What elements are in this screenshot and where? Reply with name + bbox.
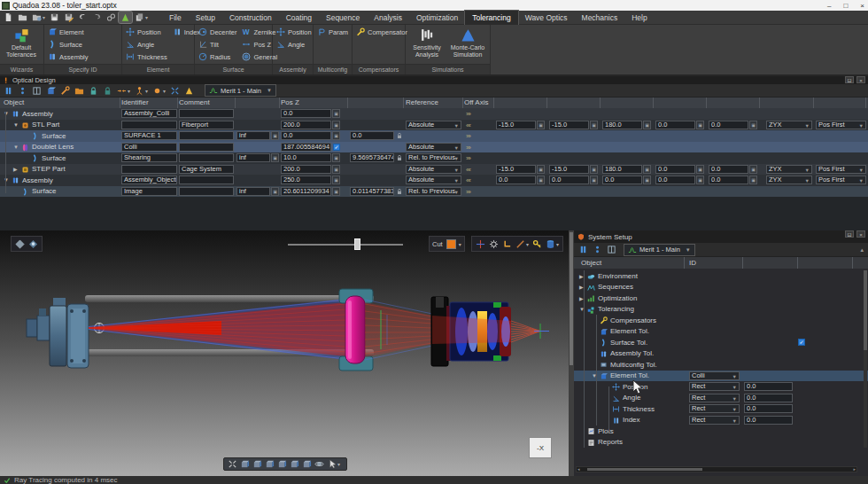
axes-button[interactable] xyxy=(501,239,513,249)
off-axis-toggle[interactable]: ››› xyxy=(466,132,470,140)
tree-row-multiconfig-tol-[interactable]: Multiconfig Tol. xyxy=(574,359,868,371)
off-axis-toggle[interactable]: ››› xyxy=(466,144,470,152)
view-orientation-4-button[interactable] xyxy=(276,459,288,469)
merit-function-dropdown[interactable]: Merit 1 - Main▼ xyxy=(205,84,276,97)
tree-row-optimization[interactable]: ▶Optimization xyxy=(574,293,868,304)
tree-row-compensators[interactable]: Compensators xyxy=(574,315,868,326)
distribution-dropdown[interactable]: Rect▼ xyxy=(689,404,740,413)
tab-analysis[interactable]: Analysis xyxy=(367,11,409,25)
tree-row-thickness[interactable]: ThicknessRect▼0.0 xyxy=(574,403,868,415)
tree-row-environment[interactable]: ▶Environment xyxy=(574,270,868,282)
table-row[interactable]: ▼STL PartFiberport200.0▣Absolute▼‹‹‹-15.… xyxy=(0,120,868,131)
ribbon-button-assembly[interactable]: Assembly xyxy=(46,51,90,63)
ribbon-button-param[interactable]: Param xyxy=(315,26,350,38)
view-orientation-2-button[interactable] xyxy=(252,459,263,469)
collapse-panel-arrow[interactable]: ▴ xyxy=(860,246,864,254)
identifier-field[interactable] xyxy=(121,121,177,129)
view-orientation-3-button[interactable] xyxy=(264,459,275,469)
link-button[interactable] xyxy=(105,12,118,23)
value-stepper-button[interactable]: ▣ xyxy=(332,165,340,174)
distribution-dropdown[interactable]: Rect▼ xyxy=(689,382,740,391)
tree-row-angle[interactable]: AngleRect▼0.0 xyxy=(574,393,868,404)
tree-expander[interactable]: ▼ xyxy=(592,373,597,379)
comment-field[interactable] xyxy=(179,131,234,140)
layout-bars-button[interactable] xyxy=(3,86,14,96)
ribbon-button-decenter[interactable]: Decenter xyxy=(197,26,238,38)
measure-button[interactable]: ▾ xyxy=(515,239,530,249)
database-button[interactable]: ▾ xyxy=(545,239,560,249)
transform-order-dropdown[interactable]: Pos First▼ xyxy=(816,165,866,174)
pos-z-field[interactable]: 20.6011209934 xyxy=(281,187,331,196)
ribbon-button-monte-carlo-simulation[interactable]: Monte-Carlo Simulation xyxy=(448,26,487,59)
value-stepper-button[interactable]: ▣ xyxy=(537,165,545,174)
off-axis-toggle[interactable]: ››› xyxy=(466,154,470,162)
lock-teal-button[interactable] xyxy=(88,86,99,96)
identifier-field[interactable]: Shearing xyxy=(121,153,177,162)
pos-z-field[interactable]: 10.0 xyxy=(281,153,331,162)
reference-dropdown[interactable]: Absolute▼ xyxy=(406,121,461,129)
open-recent-button[interactable]: ▾ xyxy=(30,12,47,23)
transform-order-dropdown[interactable]: Pos First▼ xyxy=(816,121,866,129)
rotation-order-dropdown[interactable]: ZYX▼ xyxy=(766,121,812,129)
value-stepper-button[interactable]: ▣ xyxy=(749,176,757,184)
tab-setup[interactable]: Setup xyxy=(189,11,222,25)
off-axis-value-field[interactable]: 180.0 xyxy=(602,165,642,174)
value-stepper-button[interactable]: ▣ xyxy=(271,153,279,162)
clip-slider-track[interactable] xyxy=(288,244,403,246)
gear-button[interactable] xyxy=(488,239,500,249)
value-stepper-button[interactable]: ▣ xyxy=(271,187,279,196)
ribbon-button-default-tolerances[interactable]: Default Tolerances xyxy=(2,26,41,59)
transform-order-dropdown[interactable]: Pos First▼ xyxy=(816,176,866,184)
tree-expander[interactable]: ▼ xyxy=(579,307,585,312)
undo-button[interactable] xyxy=(76,12,89,23)
comment-field[interactable]: Cage System xyxy=(179,165,234,174)
identifier-field[interactable]: Assembly_Colli xyxy=(121,109,177,118)
close-button[interactable]: × xyxy=(860,2,864,10)
tree-orange-button[interactable]: ▾ xyxy=(134,86,149,96)
off-axis-value-field[interactable]: 0.0 xyxy=(496,176,536,184)
ribbon-button-radius[interactable]: Radius xyxy=(197,51,238,63)
expand-blue-button[interactable] xyxy=(169,86,181,96)
value-stepper-button[interactable]: ▣ xyxy=(749,121,757,129)
tree-row-element-tol-[interactable]: ▼Element Tol.Colli▼ xyxy=(574,371,868,382)
aux-value-field[interactable]: 9.56957364743 xyxy=(350,153,394,162)
off-axis-value-field[interactable]: 0.0 xyxy=(655,121,695,129)
pin-nav-button[interactable] xyxy=(27,239,39,249)
tree-expander[interactable]: ▶ xyxy=(579,274,584,279)
aux-value-field[interactable]: 0.0114577383358 xyxy=(350,187,394,196)
ribbon-button-angle[interactable]: Angle xyxy=(275,38,314,51)
table-row[interactable]: ▼AssemblyAssembly_Objective250.0▣Absolut… xyxy=(0,175,868,186)
folder-orange-button[interactable] xyxy=(74,86,85,96)
tab-mechanics[interactable]: Mechanics xyxy=(575,11,625,25)
radius-field[interactable]: inf xyxy=(236,131,270,140)
clip-slider-knob[interactable] xyxy=(354,238,360,250)
distribution-dropdown[interactable]: Rect▼ xyxy=(689,416,740,425)
cut-color-swatch[interactable] xyxy=(446,239,456,249)
layout-panel-button[interactable] xyxy=(606,245,617,254)
comment-field[interactable] xyxy=(179,109,234,118)
tree-row-position[interactable]: PositionRect▼0.0 xyxy=(574,381,868,393)
panel-maximize-button[interactable]: ⊡ xyxy=(845,230,854,238)
minimize-button[interactable]: – xyxy=(827,2,831,10)
tree-row-assembly-tol-[interactable]: Assembly Tol. xyxy=(574,348,868,360)
value-stepper-button[interactable]: ▣ xyxy=(696,165,704,174)
surface-tol-checkbox[interactable]: ✓ xyxy=(798,339,805,346)
reference-dropdown[interactable]: Rel. to Previous▼ xyxy=(406,153,461,162)
save-as-button[interactable] xyxy=(62,12,75,23)
panel-close-button[interactable]: × xyxy=(856,76,865,83)
value-stepper-button[interactable]: ▣ xyxy=(332,121,340,129)
tree-expander[interactable]: ▶ xyxy=(13,167,18,172)
pos-z-field[interactable]: 200.0 xyxy=(281,121,331,129)
panel-maximize-button[interactable]: ⊡ xyxy=(845,76,854,83)
tab-sequence[interactable]: Sequence xyxy=(319,11,367,25)
comment-field[interactable] xyxy=(179,176,234,184)
identifier-field[interactable]: Image xyxy=(121,187,177,196)
value-stepper-button[interactable]: ▣ xyxy=(643,121,651,129)
pos-z-field[interactable]: 0.0 xyxy=(281,131,331,140)
dot-orange-button[interactable]: ▾ xyxy=(151,86,167,96)
ribbon-button-position[interactable]: Position xyxy=(275,26,314,38)
reference-dropdown[interactable]: Absolute▼ xyxy=(406,176,461,184)
tree-expander[interactable]: ▼ xyxy=(4,177,9,183)
ribbon-button-position[interactable]: Position xyxy=(124,26,169,38)
reference-dropdown[interactable]: Rel. to Previous▼ xyxy=(406,187,461,196)
